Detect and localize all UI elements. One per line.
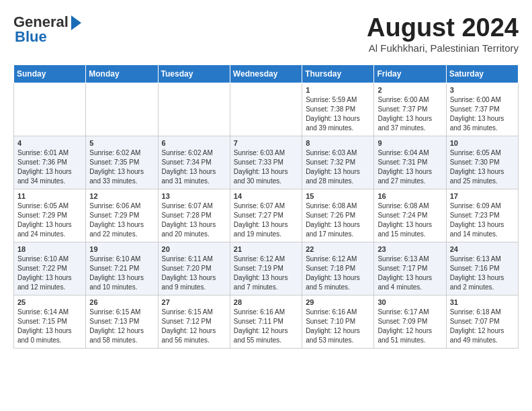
day-info-line: Sunset: 7:35 PM (89, 158, 154, 167)
day-number: 18 (17, 245, 82, 253)
weekday-header-saturday: Saturday (446, 65, 518, 83)
day-info-line: Daylight: 13 hours (450, 220, 515, 230)
day-info-line: Sunset: 7:12 PM (162, 317, 226, 326)
weekday-header-tuesday: Tuesday (158, 65, 230, 83)
calendar-week-2: 4Sunrise: 6:01 AMSunset: 7:36 PMDaylight… (14, 136, 519, 189)
day-number: 17 (450, 192, 515, 200)
day-info-line: Sunrise: 6:16 AM (234, 308, 298, 317)
day-number: 28 (234, 298, 298, 306)
day-info-line: and 5 minutes. (306, 283, 370, 292)
day-info-line: Sunset: 7:34 PM (162, 158, 226, 167)
day-info-line: and 34 minutes. (17, 177, 82, 186)
day-info-line: Sunrise: 6:15 AM (162, 308, 226, 317)
calendar-cell: 23Sunrise: 6:13 AMSunset: 7:17 PMDayligh… (374, 242, 446, 295)
calendar-cell: 13Sunrise: 6:07 AMSunset: 7:28 PMDayligh… (158, 189, 230, 242)
day-info-line: Daylight: 13 hours (306, 167, 370, 177)
day-number: 8 (306, 139, 370, 147)
calendar-cell: 6Sunrise: 6:02 AMSunset: 7:34 PMDaylight… (158, 136, 230, 189)
day-info-line: and 15 minutes. (378, 230, 442, 239)
day-info-line: Sunrise: 6:07 AM (162, 201, 226, 211)
calendar-cell: 9Sunrise: 6:04 AMSunset: 7:31 PMDaylight… (374, 136, 446, 189)
day-info-line: and 24 minutes. (17, 230, 82, 239)
day-info-line: Daylight: 13 hours (450, 273, 515, 283)
day-number: 2 (378, 86, 442, 94)
day-number: 11 (17, 192, 82, 200)
calendar-week-4: 18Sunrise: 6:10 AMSunset: 7:22 PMDayligh… (14, 242, 519, 295)
day-info-line: and 12 minutes. (17, 283, 82, 292)
day-info-line: Sunrise: 6:00 AM (378, 95, 442, 105)
day-info-line: Sunrise: 6:02 AM (89, 148, 154, 158)
day-info-line: Sunrise: 6:12 AM (306, 255, 370, 264)
day-info-line: Sunrise: 6:18 AM (450, 308, 515, 317)
day-number: 9 (378, 139, 442, 147)
day-info-line: Sunset: 7:31 PM (378, 158, 442, 167)
day-info-line: and 36 minutes. (450, 124, 515, 133)
day-info-line: Sunset: 7:33 PM (234, 158, 298, 167)
calendar-week-5: 25Sunrise: 6:14 AMSunset: 7:15 PMDayligh… (14, 295, 519, 349)
calendar-cell: 25Sunrise: 6:14 AMSunset: 7:15 PMDayligh… (14, 295, 86, 349)
day-number: 31 (450, 298, 515, 306)
day-info-line: Daylight: 13 hours (378, 167, 442, 177)
day-info-line: Sunset: 7:38 PM (306, 105, 370, 114)
day-info-line: Daylight: 13 hours (162, 220, 226, 230)
day-info-line: Daylight: 12 hours (306, 326, 370, 336)
calendar-week-3: 11Sunrise: 6:05 AMSunset: 7:29 PMDayligh… (14, 189, 519, 242)
calendar-cell: 15Sunrise: 6:08 AMSunset: 7:26 PMDayligh… (302, 189, 374, 242)
weekday-header-sunday: Sunday (14, 65, 86, 83)
day-info-line: Sunrise: 6:17 AM (378, 308, 442, 317)
day-info-line: and 31 minutes. (162, 177, 226, 186)
day-info-line: Sunset: 7:29 PM (89, 211, 154, 220)
day-info-line: Daylight: 13 hours (378, 273, 442, 283)
day-info-line: and 28 minutes. (306, 177, 370, 186)
day-number: 15 (306, 192, 370, 200)
day-number: 25 (17, 298, 82, 306)
day-info-line: Daylight: 13 hours (306, 220, 370, 230)
day-info-line: Sunset: 7:17 PM (378, 264, 442, 273)
day-info-line: Daylight: 13 hours (234, 220, 298, 230)
calendar-cell: 22Sunrise: 6:12 AMSunset: 7:18 PMDayligh… (302, 242, 374, 295)
calendar-cell: 17Sunrise: 6:09 AMSunset: 7:23 PMDayligh… (446, 189, 518, 242)
calendar-cell: 5Sunrise: 6:02 AMSunset: 7:35 PMDaylight… (86, 136, 158, 189)
page-header: General Blue August 2024 Al Fukhkhari, P… (13, 13, 519, 54)
day-info-line: Sunset: 7:37 PM (450, 105, 515, 114)
day-info-line: Sunrise: 6:06 AM (89, 201, 154, 211)
day-number: 7 (234, 139, 298, 147)
calendar-cell: 2Sunrise: 6:00 AMSunset: 7:37 PMDaylight… (374, 83, 446, 136)
day-info-line: and 17 minutes. (306, 230, 370, 239)
day-info-line: Daylight: 13 hours (306, 114, 370, 124)
day-info-line: Daylight: 13 hours (17, 167, 82, 177)
day-info-line: Daylight: 13 hours (17, 326, 82, 336)
day-info-line: and 19 minutes. (234, 230, 298, 239)
day-info-line: Sunrise: 5:59 AM (306, 95, 370, 105)
day-info-line: Sunset: 7:24 PM (378, 211, 442, 220)
day-info-line: Sunrise: 6:14 AM (17, 308, 82, 317)
calendar-cell: 11Sunrise: 6:05 AMSunset: 7:29 PMDayligh… (14, 189, 86, 242)
month-title: August 2024 (367, 13, 519, 42)
day-info-line: Sunrise: 6:05 AM (17, 201, 82, 211)
title-area: August 2024 Al Fukhkhari, Palestinian Te… (367, 13, 519, 54)
day-info-line: Sunset: 7:28 PM (162, 211, 226, 220)
day-info-line: Sunrise: 6:00 AM (450, 95, 515, 105)
weekday-header-thursday: Thursday (302, 65, 374, 83)
day-info-line: Sunrise: 6:08 AM (378, 201, 442, 211)
day-info-line: Daylight: 13 hours (378, 220, 442, 230)
day-info-line: Sunset: 7:18 PM (306, 264, 370, 273)
day-info-line: Sunset: 7:10 PM (306, 317, 370, 326)
calendar-cell: 14Sunrise: 6:07 AMSunset: 7:27 PMDayligh… (230, 189, 302, 242)
day-info-line: and 33 minutes. (89, 177, 154, 186)
calendar-week-1: 1Sunrise: 5:59 AMSunset: 7:38 PMDaylight… (14, 83, 519, 136)
logo: General Blue (13, 13, 81, 46)
day-number: 21 (234, 245, 298, 253)
day-info-line: and 9 minutes. (162, 283, 226, 292)
logo-arrow-icon (71, 15, 81, 30)
day-number: 5 (89, 139, 154, 147)
day-info-line: and 2 minutes. (450, 283, 515, 292)
day-info-line: and 10 minutes. (89, 283, 154, 292)
day-info-line: and 22 minutes. (89, 230, 154, 239)
day-info-line: Sunset: 7:22 PM (17, 264, 82, 273)
day-info-line: Sunrise: 6:07 AM (234, 201, 298, 211)
day-info-line: Sunrise: 6:13 AM (378, 255, 442, 264)
day-info-line: and 25 minutes. (450, 177, 515, 186)
calendar-cell: 1Sunrise: 5:59 AMSunset: 7:38 PMDaylight… (302, 83, 374, 136)
day-info-line: Sunrise: 6:13 AM (450, 255, 515, 264)
